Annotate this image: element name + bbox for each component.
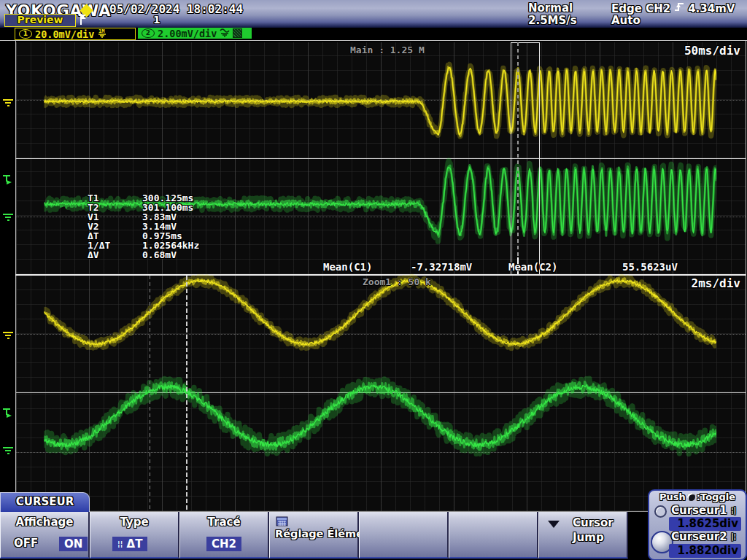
channel1-scale: 20.0mV/div bbox=[35, 28, 94, 40]
datetime-display: 05/02/2024 18:02:44 bbox=[109, 2, 243, 16]
cursor-knob-panel: Push :Toggle Curseur1 ¦| 1.8625div Curse… bbox=[648, 489, 747, 560]
affichage-off-option[interactable]: OFF bbox=[14, 537, 38, 550]
settings-window-icon bbox=[276, 516, 288, 529]
softkey-cursor-jump[interactable]: Cursor Jump bbox=[538, 512, 628, 559]
cursor1-row: Curseur1 ¦| bbox=[671, 504, 736, 517]
cursor-pair-icon: ¦¦ bbox=[117, 540, 123, 548]
push-label: Push bbox=[659, 491, 686, 502]
softkey-type[interactable]: Type ¦¦ ΔT bbox=[90, 512, 179, 559]
dropdown-triangle-icon bbox=[548, 521, 560, 528]
channel2-bandwidth-icon bbox=[233, 28, 242, 38]
softkey-title: Réglage Élémer bbox=[275, 528, 357, 540]
top-status-bar: YOKOGAWA 05/02/2024 18:02:44 Preview 1 N… bbox=[0, 0, 747, 28]
cursor1-line[interactable] bbox=[150, 276, 150, 511]
type-value[interactable]: ¦¦ ΔT bbox=[112, 537, 147, 551]
cursor2-line[interactable] bbox=[186, 276, 187, 511]
mean-c2-value: 55.5623uV bbox=[622, 261, 678, 273]
cursor2-label: Curseur2 bbox=[671, 530, 727, 543]
softkey-affichage[interactable]: Affichage OFF ON bbox=[0, 512, 90, 559]
cursor1-line-icon: ¦| bbox=[731, 506, 736, 514]
channel2-badge[interactable]: 2 2.00mV/div bbox=[138, 28, 252, 39]
meas-label: ΔV bbox=[88, 250, 142, 260]
toggle-label: :Toggle bbox=[697, 491, 735, 502]
softkey-title: Type bbox=[90, 516, 178, 529]
mean-c1-value: -7.32718mV bbox=[411, 261, 472, 273]
acquisition-mode-label: Normal bbox=[528, 1, 573, 15]
trigger-level-label: 4.34mV bbox=[688, 2, 735, 15]
softkey-menu-bar: CURSEUR Affichage OFF ON Type ¦¦ ΔT Trac… bbox=[0, 512, 747, 560]
cursor2-row: Curseur2 |¦ bbox=[671, 530, 736, 543]
knob-push-icon[interactable] bbox=[687, 493, 695, 501]
rising-edge-icon bbox=[674, 1, 684, 15]
waveform-display-area: Main : 1.25 M 50ms/div Zoom1 : 50 k 2ms/… bbox=[0, 40, 747, 513]
zoom-source-box[interactable] bbox=[511, 42, 540, 276]
channel1-badge[interactable]: 1 20.0mV/div 1M bbox=[15, 28, 136, 40]
trace-value[interactable]: CH2 bbox=[206, 537, 241, 551]
mean-c1-label: Mean(C1) bbox=[323, 261, 372, 273]
sample-rate-label: 2.5MS/s bbox=[528, 14, 577, 27]
affichage-on-option[interactable]: ON bbox=[59, 537, 88, 551]
oscilloscope-screen: YOKOGAWA 05/02/2024 18:02:44 Preview 1 N… bbox=[0, 0, 747, 560]
knob-push-hint: Push :Toggle bbox=[649, 491, 746, 502]
zoom-box-cursor-line bbox=[517, 42, 519, 257]
channel2-number-icon: 2 bbox=[142, 28, 155, 38]
softkey-title: Tracé bbox=[180, 516, 268, 529]
cursor1-knob-icon[interactable] bbox=[654, 505, 667, 518]
menu-tab-curseur[interactable]: CURSEUR bbox=[0, 492, 90, 512]
zoom-timebase-label: 2ms/div bbox=[692, 276, 740, 290]
mean-c2-label: Mean(C2) bbox=[508, 261, 557, 273]
meas-value: 0.68mV bbox=[142, 249, 177, 260]
channel2-coupling-icon bbox=[220, 26, 230, 40]
softkey-trace[interactable]: Tracé CH2 bbox=[179, 512, 269, 559]
softkey-empty-2 bbox=[449, 512, 538, 559]
trigger-mode-label: Auto bbox=[611, 14, 640, 27]
channel1-number-icon: 1 bbox=[19, 29, 32, 39]
trigger-source-label: Edge CH2 bbox=[611, 2, 670, 15]
softkey-title: Affichage bbox=[1, 516, 88, 529]
cursor1-value: 1.8625div bbox=[669, 517, 741, 531]
channel1-coupling-icon: 1M bbox=[97, 27, 107, 41]
preview-badge: Preview bbox=[4, 14, 76, 27]
cursor2-value: 1.8820div bbox=[669, 544, 741, 558]
softkey-reglage-element[interactable]: Réglage Élémer bbox=[269, 512, 359, 559]
main-timebase-label: 50ms/div bbox=[684, 44, 740, 58]
cursor-jump-line1: Cursor bbox=[573, 516, 614, 529]
cursor2-line-icon: |¦ bbox=[731, 532, 736, 540]
channel2-scale: 2.00mV/div bbox=[158, 28, 217, 39]
trigger-count-label: 1 bbox=[153, 14, 160, 26]
main-window-label: Main : 1.25 M bbox=[350, 44, 425, 55]
trigger-position-icon bbox=[78, 13, 88, 28]
svg-text:1M: 1M bbox=[98, 28, 104, 34]
cursor-jump-line2: Jump bbox=[573, 531, 604, 544]
zoom-window-label: Zoom1 : 50 k bbox=[363, 276, 431, 287]
channel-badge-row: 1 20.0mV/div 1M 2 2.00mV/div bbox=[0, 28, 747, 40]
cursor1-label: Curseur1 bbox=[671, 504, 727, 517]
softkey-empty-1 bbox=[359, 512, 449, 559]
